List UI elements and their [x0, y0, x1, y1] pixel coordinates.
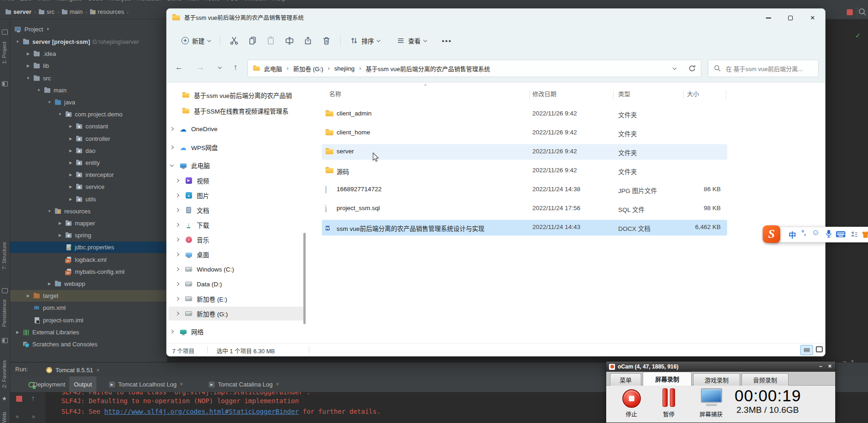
- sidebar-item--[interactable]: 网络: [169, 325, 303, 338]
- sidebar-item--[interactable]: ↓下载: [169, 218, 303, 232]
- favorites-star-icon[interactable]: ★: [2, 395, 7, 402]
- chevron-right-icon[interactable]: [169, 127, 175, 130]
- close-icon[interactable]: ×: [276, 381, 279, 387]
- ime-emoji-icon[interactable]: ☺: [812, 228, 820, 237]
- tab-menu[interactable]: 菜单: [610, 373, 641, 386]
- refresh-icon[interactable]: [688, 64, 696, 73]
- chevron-right-icon[interactable]: [174, 268, 181, 271]
- file-row-client_admin[interactable]: client_admin2022/11/26 9:42文件夹: [322, 106, 727, 122]
- delete-button[interactable]: [317, 32, 336, 49]
- back-button[interactable]: ←: [171, 60, 187, 75]
- chevron-right-icon[interactable]: [174, 179, 181, 182]
- chevron-right-icon[interactable]: [169, 146, 175, 149]
- tree-item-constant[interactable]: ▶constant: [10, 121, 167, 132]
- ime-punctuation-icon[interactable]: °,: [802, 229, 806, 236]
- up-button[interactable]: ↑: [228, 60, 243, 75]
- tree-item-java[interactable]: ▼java: [10, 97, 167, 108]
- chevron-right-icon[interactable]: [174, 238, 181, 241]
- ocam-title-bar[interactable]: oCam (4, 47, 1885, 916) – ×: [606, 362, 835, 372]
- file-row-1668927714722[interactable]: 16689277147222022/11/24 14:38JPG 图片文件86 …: [322, 182, 727, 198]
- rename-button[interactable]: [280, 32, 299, 49]
- tree-item-pom.xml[interactable]: pom.xml: [10, 302, 167, 314]
- breadcrumb-item-main[interactable]: main: [62, 8, 83, 15]
- tab-game-record[interactable]: 游戏录制: [693, 373, 740, 386]
- window-layout-icon[interactable]: [2, 30, 8, 35]
- search-everywhere-icon[interactable]: [858, 7, 867, 17]
- column-header-size[interactable]: 大小: [687, 89, 699, 98]
- share-button[interactable]: [299, 32, 317, 49]
- sidebar-item-WPS-[interactable]: ☁WPS网盘: [169, 140, 303, 154]
- address-crumb-3[interactable]: 基于ssm vue前后端分离的农产品销售管理系统: [366, 64, 490, 73]
- tree-item-webapp[interactable]: ▶webapp: [10, 278, 167, 290]
- address-crumb-0[interactable]: 此电脑: [264, 64, 282, 73]
- ime-skin-icon[interactable]: [862, 231, 868, 238]
- sidebar-item--[interactable]: ♪音乐: [169, 233, 303, 247]
- chevron-right-icon[interactable]: [174, 253, 181, 256]
- tab-tomcat-catalina-log[interactable]: ▶Tomcat Catalina Log×: [204, 376, 284, 392]
- breadcrumb-item-server[interactable]: server: [6, 8, 31, 15]
- sort-button[interactable]: 排序: [345, 32, 385, 49]
- new-button[interactable]: + 新建: [177, 32, 215, 49]
- close-icon[interactable]: ×: [180, 381, 183, 387]
- more-options-button[interactable]: •••: [438, 32, 456, 49]
- tree-item-server-project-ssm-[interactable]: ▼server [project-ssm] G:\shejiing\server: [10, 36, 167, 48]
- chevron-down-icon[interactable]: [169, 165, 175, 166]
- sidebar-item--[interactable]: 桌面: [169, 248, 303, 261]
- tree-item-com.project.demo[interactable]: ▼com.project.demo: [10, 109, 167, 120]
- address-crumb-2[interactable]: shejiing: [334, 65, 355, 72]
- tool-window-favorites[interactable]: 2: Favorites: [1, 360, 7, 388]
- tree-item-controller[interactable]: ▶controller: [10, 133, 167, 145]
- run-config-tab[interactable]: Tomcat 8.5.51 ×: [42, 364, 103, 376]
- tree-item-project-ssm.iml[interactable]: project-ssm.iml: [10, 314, 167, 326]
- tool-window-web[interactable]: Web: [1, 412, 7, 423]
- toolbar-stop-icon[interactable]: [847, 9, 853, 15]
- tab-output[interactable]: Output: [69, 376, 96, 392]
- tool-window-project[interactable]: 1: Project: [1, 42, 7, 64]
- sidebar-item--[interactable]: 文档: [169, 203, 303, 217]
- chevron-right-icon[interactable]: [174, 209, 181, 212]
- file-row-project_ssm.sql[interactable]: project_ssm.sql2022/11/24 17:56SQL 文件98 …: [322, 201, 727, 217]
- tree-item-resources[interactable]: ▼resources: [10, 205, 167, 217]
- structure-toolwindow-icon[interactable]: [2, 288, 8, 293]
- inspection-check-icon[interactable]: ✓: [855, 31, 861, 40]
- sidebar-scrollbar[interactable]: [303, 233, 306, 324]
- tree-item-entity[interactable]: ▶entity: [10, 157, 167, 169]
- tool-window-persistence[interactable]: Persistence: [1, 299, 7, 327]
- ime-keyboard-icon[interactable]: [836, 231, 846, 238]
- close-button[interactable]: ×: [828, 363, 832, 369]
- sidebar-item--[interactable]: 此电脑: [169, 158, 303, 172]
- pause-button[interactable]: [663, 388, 668, 407]
- chevron-right-icon[interactable]: [174, 224, 181, 226]
- chevron-right-icon[interactable]: [174, 312, 181, 315]
- tool-window-structure[interactable]: 7: Structure: [1, 242, 7, 269]
- stop-record-button[interactable]: [622, 389, 641, 408]
- tree-item-src[interactable]: ▼src: [10, 73, 167, 84]
- column-header-name[interactable]: 名称: [329, 89, 341, 98]
- large-icons-view-button[interactable]: [816, 346, 823, 352]
- tree-item-spring[interactable]: ▶spring: [10, 230, 167, 241]
- tab-deployment[interactable]: Deployment: [29, 376, 70, 392]
- sidebar-item-Data-D-[interactable]: Data (D:): [169, 277, 303, 291]
- column-header-type[interactable]: 类型: [618, 89, 630, 98]
- tree-item-dao[interactable]: ▶dao: [10, 145, 167, 157]
- sidebar-item--[interactable]: ▶视频: [169, 174, 303, 187]
- project-toolwindow-icon[interactable]: [2, 81, 8, 86]
- chevron-right-icon[interactable]: [174, 194, 181, 197]
- tree-item-mapper[interactable]: ▶mapper: [10, 218, 167, 229]
- console-link[interactable]: http://www.slf4j.org/codes.html#StaticLo…: [104, 408, 299, 415]
- sidebar-item--SSM-[interactable]: 基于SSM在线教育视频课程管理系: [169, 104, 303, 118]
- breadcrumb-item-src[interactable]: src: [39, 8, 54, 15]
- tree-item-jdbc.properties[interactable]: jdbc.properties: [10, 242, 167, 253]
- address-crumb-1[interactable]: 新加卷 (G:): [293, 64, 323, 73]
- sidebar-item-Windows-C-[interactable]: Windows (C:): [169, 262, 303, 276]
- sidebar-item-OneDrive[interactable]: ☁OneDrive: [169, 122, 303, 136]
- tree-item-target[interactable]: ▶target: [10, 290, 167, 302]
- tree-item-.idea[interactable]: ▶.idea: [10, 48, 167, 60]
- copy-button[interactable]: [243, 32, 262, 49]
- address-bar[interactable]: 此电脑›新加卷 (G:)›shejiing›基于ssm vue前后端分离的农产品…: [247, 60, 701, 77]
- more-actions-icon[interactable]: »: [16, 413, 18, 420]
- sidebar-item--[interactable]: ▲图片: [169, 188, 303, 202]
- minimize-button[interactable]: –: [819, 363, 822, 369]
- tree-item-External-Libraries[interactable]: ▶External Libraries: [10, 326, 167, 338]
- file-row-server[interactable]: server2022/11/26 9:42文件夹: [322, 144, 727, 160]
